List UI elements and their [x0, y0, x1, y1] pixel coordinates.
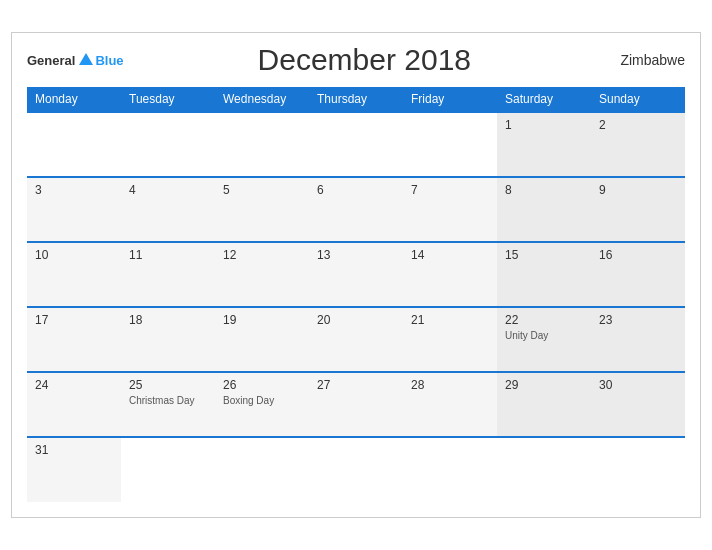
day-number: 5	[223, 183, 301, 197]
header-friday: Friday	[403, 87, 497, 112]
day-number: 13	[317, 248, 395, 262]
day-number: 24	[35, 378, 113, 392]
day-number: 28	[411, 378, 489, 392]
calendar-cell: 23	[591, 307, 685, 372]
calendar-cell: 3	[27, 177, 121, 242]
svg-marker-0	[79, 53, 93, 65]
day-number: 16	[599, 248, 677, 262]
calendar-cell: 1	[497, 112, 591, 177]
calendar-cell: 11	[121, 242, 215, 307]
month-title: December 2018	[124, 43, 605, 77]
calendar-cell: 27	[309, 372, 403, 437]
calendar-cell: 31	[27, 437, 121, 502]
day-number: 15	[505, 248, 583, 262]
day-number: 9	[599, 183, 677, 197]
day-number: 8	[505, 183, 583, 197]
calendar-cell: 16	[591, 242, 685, 307]
day-number: 14	[411, 248, 489, 262]
day-number: 30	[599, 378, 677, 392]
day-number: 12	[223, 248, 301, 262]
calendar-week-row: 171819202122Unity Day23	[27, 307, 685, 372]
day-number: 27	[317, 378, 395, 392]
calendar-cell	[121, 112, 215, 177]
day-number: 31	[35, 443, 113, 457]
day-number: 3	[35, 183, 113, 197]
calendar-cell: 30	[591, 372, 685, 437]
calendar-cell	[591, 437, 685, 502]
header-tuesday: Tuesday	[121, 87, 215, 112]
day-number: 29	[505, 378, 583, 392]
day-number: 4	[129, 183, 207, 197]
holiday-name: Boxing Day	[223, 395, 301, 406]
calendar-cell: 5	[215, 177, 309, 242]
day-number: 23	[599, 313, 677, 327]
calendar-cell: 18	[121, 307, 215, 372]
country-label: Zimbabwe	[605, 52, 685, 68]
logo: General Blue	[27, 51, 124, 69]
calendar-cell	[497, 437, 591, 502]
logo-blue-text: Blue	[95, 53, 123, 68]
calendar-cell: 13	[309, 242, 403, 307]
day-number: 11	[129, 248, 207, 262]
day-number: 7	[411, 183, 489, 197]
header-wednesday: Wednesday	[215, 87, 309, 112]
calendar-week-row: 12	[27, 112, 685, 177]
calendar-cell: 4	[121, 177, 215, 242]
calendar-cell: 2	[591, 112, 685, 177]
calendar-cell	[215, 112, 309, 177]
day-number: 26	[223, 378, 301, 392]
calendar-cell: 28	[403, 372, 497, 437]
calendar-week-row: 2425Christmas Day26Boxing Day27282930	[27, 372, 685, 437]
holiday-name: Christmas Day	[129, 395, 207, 406]
calendar-cell: 7	[403, 177, 497, 242]
day-number: 10	[35, 248, 113, 262]
calendar-cell: 24	[27, 372, 121, 437]
calendar-cell	[27, 112, 121, 177]
calendar-grid: Monday Tuesday Wednesday Thursday Friday…	[27, 87, 685, 502]
header-thursday: Thursday	[309, 87, 403, 112]
calendar-cell	[309, 437, 403, 502]
calendar-cell: 19	[215, 307, 309, 372]
day-number: 2	[599, 118, 677, 132]
calendar-cell: 9	[591, 177, 685, 242]
calendar-container: General Blue December 2018 Zimbabwe Mond…	[11, 32, 701, 518]
calendar-cell: 20	[309, 307, 403, 372]
calendar-header: General Blue December 2018 Zimbabwe	[27, 43, 685, 77]
calendar-cell: 26Boxing Day	[215, 372, 309, 437]
weekday-header-row: Monday Tuesday Wednesday Thursday Friday…	[27, 87, 685, 112]
calendar-cell	[403, 112, 497, 177]
header-sunday: Sunday	[591, 87, 685, 112]
holiday-name: Unity Day	[505, 330, 583, 341]
calendar-week-row: 3456789	[27, 177, 685, 242]
calendar-cell: 29	[497, 372, 591, 437]
day-number: 22	[505, 313, 583, 327]
calendar-cell: 14	[403, 242, 497, 307]
day-number: 21	[411, 313, 489, 327]
day-number: 18	[129, 313, 207, 327]
logo-icon	[77, 51, 95, 69]
header-saturday: Saturday	[497, 87, 591, 112]
logo-general-text: General	[27, 53, 75, 68]
calendar-cell	[121, 437, 215, 502]
day-number: 6	[317, 183, 395, 197]
calendar-cell	[215, 437, 309, 502]
header-monday: Monday	[27, 87, 121, 112]
day-number: 25	[129, 378, 207, 392]
calendar-cell: 10	[27, 242, 121, 307]
calendar-cell	[403, 437, 497, 502]
day-number: 17	[35, 313, 113, 327]
calendar-cell	[309, 112, 403, 177]
calendar-cell: 22Unity Day	[497, 307, 591, 372]
calendar-cell: 21	[403, 307, 497, 372]
day-number: 20	[317, 313, 395, 327]
calendar-cell: 15	[497, 242, 591, 307]
calendar-cell: 25Christmas Day	[121, 372, 215, 437]
calendar-cell: 17	[27, 307, 121, 372]
calendar-cell: 8	[497, 177, 591, 242]
calendar-cell: 12	[215, 242, 309, 307]
calendar-week-row: 31	[27, 437, 685, 502]
calendar-cell: 6	[309, 177, 403, 242]
calendar-week-row: 10111213141516	[27, 242, 685, 307]
day-number: 19	[223, 313, 301, 327]
day-number: 1	[505, 118, 583, 132]
